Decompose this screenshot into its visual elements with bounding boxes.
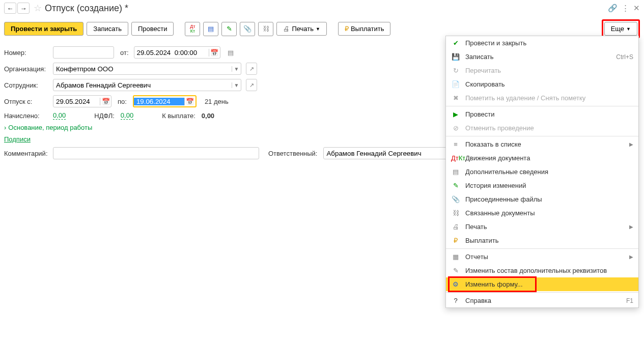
menu-item[interactable]: ▤Дополнительные сведения [446, 165, 638, 179]
days-count: 21 день [205, 98, 229, 105]
vac-to-label: по: [118, 98, 127, 105]
resp-combo[interactable] [323, 147, 453, 159]
menu-item-icon: ✖ [451, 94, 460, 102]
dtkt-button[interactable]: ДтКт [185, 22, 200, 36]
menu-item[interactable]: ▦Отчеты▶ [446, 250, 638, 264]
save-button[interactable]: Записать [87, 22, 128, 36]
emp-input[interactable] [53, 81, 232, 89]
pay-button[interactable]: ₽ Выплатить [338, 22, 391, 36]
post-and-close-button[interactable]: Провести и закрыть [4, 22, 83, 36]
menu-item-icon: ? [451, 297, 460, 304]
menu-item-label: Отменить проведение [465, 124, 633, 132]
comment-input[interactable] [53, 147, 259, 159]
menu-item-icon: 📄 [451, 80, 460, 88]
menu-item-label: Перечитать [465, 67, 633, 74]
link-icon[interactable]: 🔗 [608, 4, 618, 13]
doc-date-field[interactable]: 📅 [134, 46, 220, 59]
doc-date-input[interactable] [134, 49, 209, 56]
menu-item-icon: ✎ [451, 267, 460, 274]
menu-item-label: Изменить состав дополнительных реквизито… [465, 267, 633, 274]
calendar-icon[interactable]: 📅 [209, 49, 220, 56]
menu-item-icon: 📎 [451, 195, 460, 203]
menu-item-icon: ≡ [451, 140, 460, 148]
menu-item[interactable]: ✎Изменить состав дополнительных реквизит… [446, 264, 638, 277]
coin-icon: ₽ [345, 25, 349, 33]
menu-item[interactable]: ✎История изменений [446, 179, 638, 192]
org-combo[interactable]: ▼ [53, 63, 241, 75]
edit-props-button[interactable]: ✎ [221, 22, 237, 36]
menu-item-label: Справка [465, 297, 621, 304]
menu-item-icon: ▦ [451, 253, 460, 261]
menu-item-label: Показать в списке [465, 140, 624, 148]
calendar-icon[interactable]: 📅 [184, 98, 195, 105]
menu-item[interactable]: ₽Выплатить [446, 234, 638, 247]
signatures-link[interactable]: Подписи [4, 135, 31, 143]
menu-item-label: Выплатить [465, 237, 633, 244]
menu-item-icon: ⚙ [451, 280, 460, 288]
menu-item-label: Провести [465, 110, 633, 118]
vac-to-input[interactable] [134, 98, 184, 105]
menu-item-label: Связанные документы [465, 209, 633, 217]
menu-item[interactable]: ДтКтДвижения документа [446, 151, 638, 165]
org-input[interactable] [53, 65, 232, 73]
post-button[interactable]: Провести [131, 22, 174, 36]
menu-item[interactable]: ⛓Связанные документы [446, 206, 638, 220]
org-open-icon[interactable]: ↗ [246, 63, 257, 75]
menu-item[interactable]: ≡Показать в списке▶ [446, 137, 638, 151]
topay-label: К выплате: [162, 112, 195, 120]
nav-back-button[interactable]: ← [4, 3, 16, 14]
menu-item-icon: ⊘ [451, 124, 460, 132]
chevron-down-icon[interactable]: ▼ [232, 82, 241, 88]
more-button[interactable]: Еще ▼ [604, 22, 637, 36]
emp-open-icon[interactable]: ↗ [246, 79, 257, 91]
menu-item[interactable]: ▶Провести [446, 107, 638, 121]
menu-item[interactable]: ✔Провести и закрыть [446, 36, 638, 50]
menu-item-shortcut: Ctrl+S [616, 53, 633, 61]
menu-item: ⊘Отменить проведение [446, 121, 638, 135]
menu-item-icon: 🖨 [451, 223, 460, 231]
menu-item[interactable]: 🖨Печать▶ [446, 220, 638, 234]
vac-from-field[interactable]: 📅 [53, 95, 111, 107]
menu-item-icon: ▶ [451, 110, 460, 118]
close-icon[interactable]: ✕ [633, 4, 640, 13]
number-label: Номер: [4, 49, 50, 56]
chevron-down-icon[interactable]: ▼ [232, 66, 241, 72]
menu-item-label: Присоединенные файлы [465, 195, 633, 203]
menu-item-icon: ⛓ [451, 209, 460, 217]
printer-icon: 🖨 [283, 25, 290, 33]
related-button[interactable]: ⛓ [258, 22, 273, 36]
nav-fwd-button[interactable]: → [17, 3, 30, 14]
ndfl-link[interactable]: 0,00 [121, 111, 133, 120]
vac-from-input[interactable] [53, 98, 100, 105]
basis-section-toggle[interactable]: › Основание, период работы [4, 124, 92, 131]
vac-to-field[interactable]: 📅 [133, 95, 197, 107]
menu-item-icon: ↻ [451, 67, 460, 74]
accrued-label: Начислено: [4, 112, 50, 120]
menu-separator [446, 292, 638, 293]
menu-item[interactable]: ?СправкаF1 [446, 294, 638, 307]
submenu-arrow-icon: ▶ [629, 254, 633, 260]
doc-date-list-icon[interactable]: ▤ [228, 49, 234, 56]
ndfl-label: НДФЛ: [94, 112, 115, 120]
menu-separator [446, 248, 638, 249]
favorite-star-icon[interactable]: ☆ [34, 3, 42, 14]
menu-item[interactable]: ⚙Изменить форму... [446, 277, 638, 291]
org-label: Организация: [4, 65, 50, 73]
resp-input[interactable] [324, 150, 453, 157]
print-button[interactable]: 🖨 Печать ▼ [276, 22, 327, 36]
calendar-icon[interactable]: 📅 [100, 98, 111, 105]
menu-item[interactable]: 💾ЗаписатьCtrl+S [446, 50, 638, 64]
kebab-icon[interactable]: ⋮ [622, 4, 629, 13]
more-dropdown-menu: ✔Провести и закрыть💾ЗаписатьCtrl+S↻Переч… [445, 36, 639, 308]
attach-button[interactable]: 📎 [240, 22, 255, 36]
menu-item[interactable]: 📎Присоединенные файлы [446, 192, 638, 206]
accrued-link[interactable]: 0,00 [53, 111, 66, 120]
menu-separator [446, 136, 638, 136]
menu-item-label: Провести и закрыть [465, 39, 633, 47]
emp-combo[interactable]: ▼ [53, 79, 241, 91]
menu-item-label: Дополнительные сведения [465, 168, 633, 176]
menu-item-icon: ✔ [451, 39, 460, 47]
list-button[interactable]: ▤ [203, 22, 218, 36]
number-input[interactable] [53, 46, 114, 59]
menu-item[interactable]: 📄Скопировать [446, 77, 638, 91]
